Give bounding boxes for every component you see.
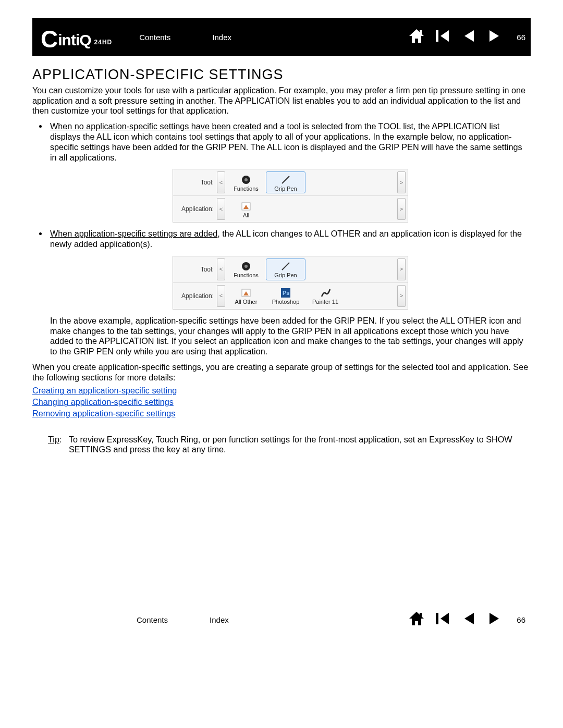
index-link[interactable]: Index (212, 33, 231, 42)
header-bar: C intiQ 24HD Contents Index 66 (32, 18, 531, 56)
tool-label-functions: Functions (234, 186, 259, 192)
contents-link[interactable]: Contents (139, 33, 170, 42)
pen-icon (279, 174, 292, 186)
scroll-left-button[interactable]: < (217, 198, 225, 220)
all-apps-icon (239, 201, 253, 212)
scroll-left-button[interactable]: < (217, 258, 225, 280)
app-item-painter[interactable]: Painter 11 (305, 285, 345, 307)
page-number-bottom: 66 (517, 615, 525, 624)
tool-item-functions[interactable]: Functions (226, 258, 266, 280)
app-label-painter: Painter 11 (312, 299, 338, 305)
tool-label-grip-pen: Grip Pen (274, 272, 297, 279)
app-label-all-other: All Other (235, 299, 258, 305)
prev-page-icon[interactable] (460, 611, 477, 628)
svg-line-8 (282, 263, 289, 270)
tool-label-grip-pen: Grip Pen (274, 186, 297, 192)
tool-label: Tool: (175, 266, 217, 274)
pen-icon (279, 261, 292, 272)
home-icon[interactable] (408, 611, 425, 628)
logo-text: intiQ (58, 31, 91, 49)
logo-subtext: 24HD (94, 39, 113, 46)
svg-rect-13 (436, 613, 438, 624)
tool-item-grip-pen[interactable]: Grip Pen (266, 171, 305, 193)
svg-rect-0 (420, 30, 422, 34)
app-label-photoshop: Photoshop (272, 299, 300, 305)
first-page-icon[interactable] (434, 28, 451, 46)
page-number-top: 66 (517, 33, 525, 42)
bullet-1-underline: When no application-specific settings ha… (50, 121, 261, 131)
all-other-icon (239, 287, 253, 299)
link-removing[interactable]: Removing application-specific settings (32, 409, 531, 419)
bullet-2-underline: When application-specific settings are a… (50, 229, 217, 238)
tip-label: Tip (48, 435, 59, 444)
svg-rect-1 (436, 30, 438, 42)
application-label: Application: (175, 205, 217, 213)
contents-link-bottom[interactable]: Contents (137, 615, 168, 624)
next-page-icon[interactable] (486, 28, 503, 46)
painter-icon (319, 287, 332, 299)
tool-item-functions[interactable]: Functions (226, 171, 266, 193)
bullet-1: When no application-specific settings ha… (48, 121, 531, 223)
tool-label: Tool: (175, 179, 217, 187)
svg-text:Ps: Ps (283, 290, 289, 296)
para-2: When you create application-specific set… (32, 362, 531, 383)
scroll-right-button[interactable]: > (397, 171, 406, 193)
index-link-bottom[interactable]: Index (210, 615, 229, 624)
settings-panel-1: Tool: < Functions Grip Pen (173, 169, 408, 223)
tool-item-grip-pen[interactable]: Grip Pen (266, 258, 305, 280)
svg-point-3 (244, 178, 248, 181)
scroll-right-button[interactable]: > (397, 198, 406, 220)
photoshop-icon: Ps (279, 287, 292, 299)
intro-paragraph: You can customize your tools for use wit… (32, 85, 531, 116)
footer-bar: Contents Index 66 (32, 601, 531, 638)
after-panel2-paragraph: In the above example, application-specif… (50, 316, 531, 357)
scroll-left-button[interactable]: < (217, 171, 225, 193)
functions-icon (239, 174, 253, 186)
svg-point-7 (244, 265, 248, 268)
tip-text: To review ExpressKey, Touch Ring, or pen… (69, 435, 531, 455)
logo-c: C (41, 27, 58, 51)
svg-rect-12 (420, 613, 422, 616)
first-page-icon[interactable] (434, 611, 451, 628)
scroll-right-button[interactable]: > (397, 258, 406, 280)
settings-panel-2: Tool: < Functions Grip Pen (173, 256, 408, 310)
logo: C intiQ 24HD (41, 25, 112, 49)
tool-label-functions: Functions (234, 272, 259, 279)
next-page-icon[interactable] (486, 611, 503, 628)
page-title: APPLICATION-SPECIFIC SETTINGS (32, 66, 531, 83)
app-item-all[interactable]: All (226, 198, 266, 220)
prev-page-icon[interactable] (460, 28, 477, 46)
app-item-photoshop[interactable]: Ps Photoshop (266, 285, 305, 307)
home-icon[interactable] (408, 28, 425, 46)
app-item-all-other[interactable]: All Other (226, 285, 266, 307)
app-label-all: All (243, 212, 249, 219)
svg-line-4 (282, 176, 289, 183)
bullet-2: When application-specific settings are a… (48, 229, 531, 357)
link-creating[interactable]: Creating an application-specific setting (32, 386, 531, 396)
scroll-left-button[interactable]: < (217, 285, 225, 307)
application-label: Application: (175, 292, 217, 300)
functions-icon (239, 261, 253, 272)
scroll-right-button[interactable]: > (397, 285, 406, 307)
link-changing[interactable]: Changing application-specific settings (32, 397, 531, 408)
